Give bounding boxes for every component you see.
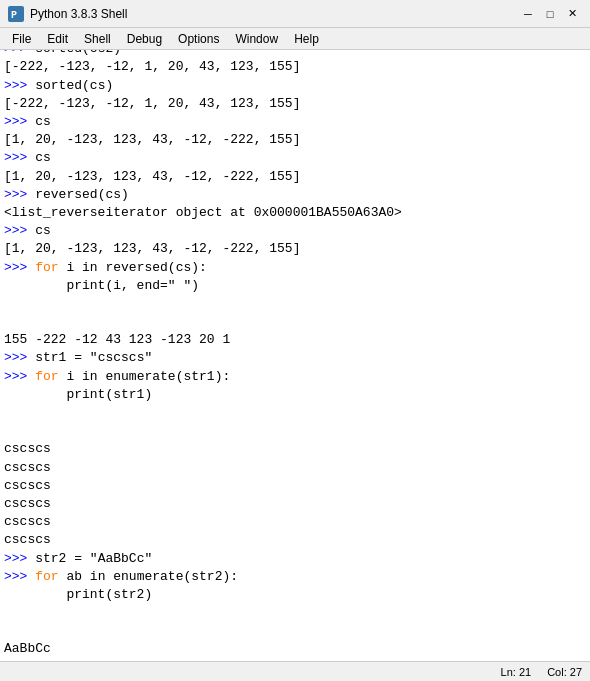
shell-line: >>> sorted(cs) — [4, 77, 586, 95]
shell-line: AaBbCc — [4, 640, 586, 658]
col-number: Col: 27 — [547, 666, 582, 678]
menu-item-shell[interactable]: Shell — [76, 30, 119, 48]
menu-item-debug[interactable]: Debug — [119, 30, 170, 48]
shell-line: [1, 20, -123, 123, 43, -12, -222, 155] — [4, 168, 586, 186]
shell-line: [-222, -123, -12, 1, 20, 43, 123, 155] — [4, 95, 586, 113]
menu-item-window[interactable]: Window — [227, 30, 286, 48]
menu-item-file[interactable]: File — [4, 30, 39, 48]
line-number: Ln: 21 — [501, 666, 532, 678]
status-bar: Ln: 21 Col: 27 — [0, 661, 590, 681]
shell-line: <list_reverseiterator object at 0x000001… — [4, 204, 586, 222]
maximize-button[interactable]: □ — [540, 4, 560, 24]
shell-line: >>> for ab in enumerate(str2): — [4, 568, 586, 586]
menu-item-options[interactable]: Options — [170, 30, 227, 48]
shell-line — [4, 422, 586, 440]
shell-line — [4, 313, 586, 331]
shell-line — [4, 622, 586, 640]
shell-line: [1, 20, -123, 123, 43, -12, -222, 155] — [4, 240, 586, 258]
menu-bar: FileEditShellDebugOptionsWindowHelp — [0, 28, 590, 50]
shell-line — [4, 295, 586, 313]
window-controls: ─ □ ✕ — [518, 4, 582, 24]
shell-container: Python 3.8.3 (tags/v3.8.3:6f8c832, May 1… — [0, 50, 590, 661]
shell-line: print(str2) — [4, 586, 586, 604]
shell-line: >>> cs — [4, 149, 586, 167]
shell-line: cscscs — [4, 440, 586, 458]
python-icon: P — [8, 6, 24, 22]
shell-line: print(str1) — [4, 386, 586, 404]
shell-line: >>> cs — [4, 113, 586, 131]
shell-line: >>> str2 = "AaBbCc" — [4, 550, 586, 568]
shell-output[interactable]: Python 3.8.3 (tags/v3.8.3:6f8c832, May 1… — [0, 50, 590, 661]
shell-line: cscscs — [4, 477, 586, 495]
shell-line — [4, 604, 586, 622]
minimize-button[interactable]: ─ — [518, 4, 538, 24]
menu-item-edit[interactable]: Edit — [39, 30, 76, 48]
shell-line: print(i, end=" ") — [4, 277, 586, 295]
shell-line: cscscs — [4, 531, 586, 549]
shell-line: >>> reversed(cs) — [4, 186, 586, 204]
menu-item-help[interactable]: Help — [286, 30, 327, 48]
shell-line: cscscs — [4, 459, 586, 477]
shell-line: >>> sorted(cs2) — [4, 50, 586, 58]
svg-text:P: P — [11, 10, 17, 21]
shell-line: [1, 20, -123, 123, 43, -12, -222, 155] — [4, 131, 586, 149]
window-title: Python 3.8.3 Shell — [30, 7, 518, 21]
title-bar: P Python 3.8.3 Shell ─ □ ✕ — [0, 0, 590, 28]
shell-line: >>> for i in enumerate(str1): — [4, 368, 586, 386]
shell-line: 155 -222 -12 43 123 -123 20 1 — [4, 331, 586, 349]
shell-line: >>> str1 = "cscscs" — [4, 349, 586, 367]
shell-line: >>> for i in reversed(cs): — [4, 259, 586, 277]
shell-line: cscscs — [4, 495, 586, 513]
shell-line: [-222, -123, -12, 1, 20, 43, 123, 155] — [4, 58, 586, 76]
close-button[interactable]: ✕ — [562, 4, 582, 24]
shell-line: >>> cs — [4, 222, 586, 240]
shell-line — [4, 404, 586, 422]
shell-line: cscscs — [4, 513, 586, 531]
